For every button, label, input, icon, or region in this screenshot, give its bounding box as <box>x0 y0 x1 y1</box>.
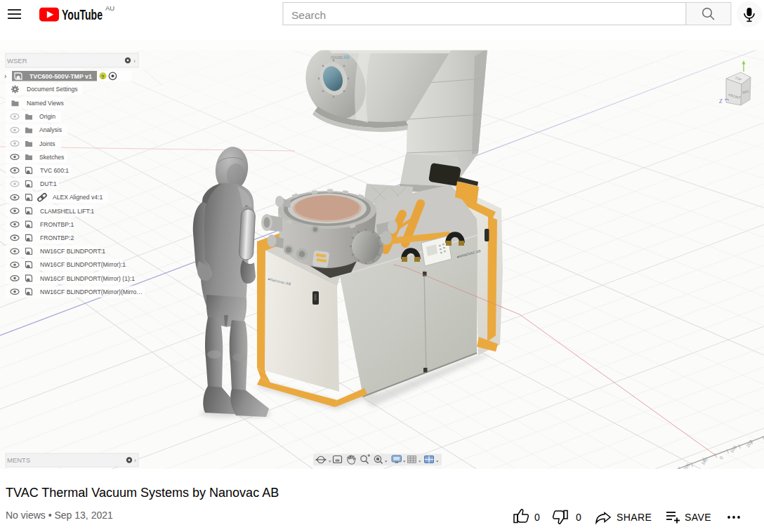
svg-text:SHARE: SHARE <box>617 512 652 523</box>
svg-text:Document Settings: Document Settings <box>27 86 78 93</box>
svg-text:FRONTBP:2: FRONTBP:2 <box>40 234 74 241</box>
svg-text:DUT:1: DUT:1 <box>40 180 57 187</box>
svg-text:NW16CF BLINDPORT(Mirror) (1):1: NW16CF BLINDPORT(Mirror) (1):1 <box>40 275 135 282</box>
svg-text:NW16CF BLINDPORT(Mirror)(Mirro: NW16CF BLINDPORT(Mirror)(Mirro… <box>40 288 143 295</box>
svg-text:AB: AB <box>343 55 350 60</box>
svg-text:FRONTBP:1: FRONTBP:1 <box>40 221 74 228</box>
svg-text:Search: Search <box>291 9 326 21</box>
svg-text:›: › <box>4 72 6 80</box>
svg-text:Origin: Origin <box>39 113 55 120</box>
svg-text:?: ? <box>101 74 105 80</box>
svg-text:TVC600-500V-TMP v1: TVC600-500V-TMP v1 <box>29 73 92 80</box>
svg-text:NW16CF BLINDPORT:1: NW16CF BLINDPORT:1 <box>40 248 105 255</box>
svg-text:0: 0 <box>534 512 540 523</box>
svg-text:›: › <box>133 58 136 65</box>
svg-text:NW16CF BLINDPORT(Mirror):1: NW16CF BLINDPORT(Mirror):1 <box>40 261 126 268</box>
svg-text:CLAMSHELL LIFT:1: CLAMSHELL LIFT:1 <box>40 208 94 215</box>
svg-text:WSER: WSER <box>7 57 27 65</box>
svg-text:›: › <box>134 457 136 464</box>
svg-text:TVC 600:1: TVC 600:1 <box>40 167 69 174</box>
svg-text:Named Views: Named Views <box>27 100 64 107</box>
svg-text:SAVE: SAVE <box>685 512 711 523</box>
svg-text:0: 0 <box>576 512 581 523</box>
svg-text:novac: novac <box>331 55 343 60</box>
svg-text:MENTS: MENTS <box>7 456 30 464</box>
svg-text:YouTube: YouTube <box>62 7 103 22</box>
svg-text:AU: AU <box>105 4 114 12</box>
svg-text:Sketches: Sketches <box>39 154 64 161</box>
svg-text:Z: Z <box>719 98 723 105</box>
svg-text:Joints: Joints <box>39 140 55 147</box>
svg-text:ALEX Aligned v4:1: ALEX Aligned v4:1 <box>53 194 103 201</box>
svg-text:Analysis: Analysis <box>39 126 62 133</box>
